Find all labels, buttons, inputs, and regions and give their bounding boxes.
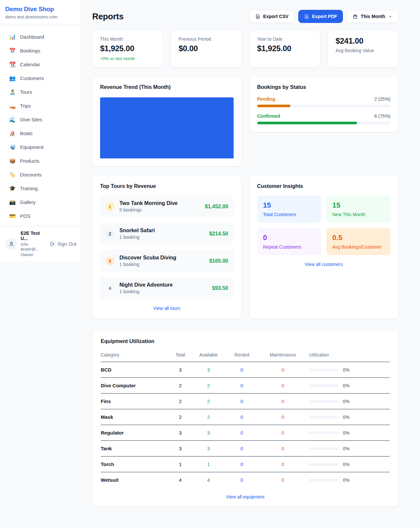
dive-sites-icon: 🌊: [9, 116, 16, 123]
cell-available: 4: [190, 472, 227, 488]
cell-utilization: 0%: [309, 441, 390, 457]
equipment-table-header: CategoryTotalAvailableRentedMaintenanceU…: [101, 349, 390, 362]
insight-value: 15: [332, 201, 385, 210]
boats-icon: ⛵: [9, 130, 16, 136]
utilization-bar: [309, 400, 339, 403]
sign-out-button[interactable]: Sign Out: [50, 241, 76, 247]
export-csv-button[interactable]: Export CSV: [249, 10, 294, 23]
stat-label: Previous Period: [178, 36, 233, 42]
sidebar-item-calendar[interactable]: 📆Calendar: [5, 58, 76, 71]
insight-value: 0: [263, 234, 315, 242]
sidebar-header: Demo Dive Shop demo.test.divestreams.com: [0, 0, 81, 24]
user-box: E2E Test U... e2e-tester@... Owner Sign …: [0, 226, 81, 261]
sidebar-item-customers[interactable]: 👥Customers: [5, 72, 76, 84]
products-icon: 📦: [9, 158, 16, 164]
tour-rank-badge: 2: [105, 229, 115, 238]
file-download-icon: [255, 14, 260, 19]
view-all-equipment-link[interactable]: View all equipment: [101, 494, 390, 499]
dashboard-icon: 📊: [9, 34, 16, 40]
training-icon: 🎓: [9, 185, 16, 192]
sidebar-nav: 📊Dashboard📅Bookings📆Calendar👥Customers🏝️…: [0, 24, 81, 226]
insight-label: New This Month: [332, 212, 385, 217]
gallery-icon: 📸: [9, 199, 16, 205]
utilization-percent: 0%: [343, 462, 349, 467]
logout-icon: [50, 241, 55, 247]
view-all-customers-link[interactable]: View all customers: [257, 262, 391, 267]
stat-card: $241.00Avg Booking Value: [328, 30, 398, 67]
sidebar-item-label: Bookings: [20, 48, 40, 53]
cell-maintenance: 0: [257, 409, 309, 425]
sidebar-item-pos[interactable]: 💳POS: [5, 210, 76, 222]
tour-rank-badge: 4: [105, 284, 115, 293]
cell-available: 3: [190, 425, 227, 441]
utilization-percent: 0%: [343, 446, 349, 451]
table-row: Tank33000%: [101, 441, 390, 457]
column-header-available: Available: [190, 349, 227, 362]
bookings-by-status-card: Bookings by Status Pending2 (25%)Confirm…: [249, 76, 399, 132]
main-content: Reports Export CSV Export PDF This Month…: [81, 0, 420, 526]
sidebar-item-products[interactable]: 📦Products: [5, 155, 76, 167]
table-row: BCD33000%: [101, 362, 390, 378]
sidebar-item-tours[interactable]: 🏝️Tours: [5, 86, 76, 98]
cell-utilization: 0%: [309, 409, 390, 425]
insights-row: Top Tours by Revenue 1Two Tank Morning D…: [92, 175, 398, 319]
cell-maintenance: 0: [257, 362, 309, 378]
charts-row: Revenue Trend (This Month) Bookings by S…: [92, 76, 398, 166]
cell-rented: 0: [227, 457, 257, 472]
avatar: [5, 238, 17, 250]
sidebar-item-label: Calendar: [20, 62, 40, 67]
page-title: Reports: [92, 11, 123, 22]
sidebar-item-label: Dive Sites: [20, 117, 42, 122]
revenue-trend-card: Revenue Trend (This Month): [92, 76, 242, 166]
cell-utilization: 0%: [309, 378, 390, 394]
status-rows: Pending2 (25%)Confirmed6 (75%): [257, 96, 391, 124]
status-row: Pending2 (25%): [257, 96, 391, 107]
insight-tile: 15New This Month: [326, 195, 390, 223]
sidebar-item-label: Training: [20, 186, 38, 191]
tour-list-item: 3Discover Scuba Diving1 booking$165.00: [100, 250, 234, 272]
tour-name: Night Dive Adventure: [119, 282, 212, 288]
cell-maintenance: 0: [257, 425, 309, 441]
cell-utilization: 0%: [309, 394, 390, 409]
sidebar-item-label: Products: [20, 158, 39, 164]
sidebar-item-dashboard[interactable]: 📊Dashboard: [5, 31, 76, 43]
cell-maintenance: 0: [257, 472, 309, 488]
cell-total: 1: [171, 457, 190, 472]
sidebar-item-gallery[interactable]: 📸Gallery: [5, 196, 76, 208]
sidebar-item-training[interactable]: 🎓Training: [5, 182, 76, 194]
cell-maintenance: 0: [257, 457, 309, 472]
cell-utilization: 0%: [309, 472, 390, 488]
table-row: Dive Computer22000%: [101, 378, 390, 394]
status-value: 2 (25%): [374, 96, 390, 102]
tour-list-item: 2Snorkel Safari1 booking$214.50: [100, 223, 234, 245]
sign-out-label: Sign Out: [57, 241, 76, 247]
top-tours-title: Top Tours by Revenue: [100, 183, 234, 189]
tour-name: Snorkel Safari: [119, 228, 209, 234]
export-pdf-button[interactable]: Export PDF: [298, 10, 343, 23]
sidebar-item-dive-sites[interactable]: 🌊Dive Sites: [5, 113, 76, 126]
stat-card: This Month$1,925.00+0% vs last month: [92, 30, 163, 67]
header-actions: Export CSV Export PDF This Month: [249, 10, 398, 23]
utilization-bar: [309, 479, 339, 481]
sidebar: Demo Dive Shop demo.test.divestreams.com…: [0, 0, 81, 261]
sidebar-item-trips[interactable]: 🚤Trips: [5, 100, 76, 112]
tour-rank-badge: 3: [105, 256, 115, 266]
stat-label: Year to Date: [257, 36, 312, 42]
sidebar-item-bookings[interactable]: 📅Bookings: [5, 45, 76, 57]
sidebar-item-discounts[interactable]: 🏷️Discounts: [5, 169, 76, 181]
insight-tiles: 15Total Customers15New This Month0Repeat…: [257, 195, 391, 255]
stat-label: This Month: [100, 36, 155, 42]
period-dropdown[interactable]: This Month: [347, 10, 398, 23]
sidebar-item-equipment[interactable]: 🤿Equipment: [5, 141, 76, 153]
view-all-tours-link[interactable]: View all tours: [100, 306, 234, 311]
cell-category: Fins: [101, 394, 171, 409]
utilization-bar: [309, 416, 339, 418]
insight-label: Repeat Customers: [263, 244, 315, 250]
user-email: e2e-tester@...: [21, 242, 46, 252]
column-header-category: Category: [101, 349, 171, 362]
sidebar-item-boats[interactable]: ⛵Boats: [5, 127, 76, 139]
pos-icon: 💳: [9, 213, 16, 219]
insight-label: Total Customers: [263, 212, 315, 217]
cell-available: 2: [190, 409, 227, 425]
export-pdf-label: Export PDF: [312, 14, 337, 19]
